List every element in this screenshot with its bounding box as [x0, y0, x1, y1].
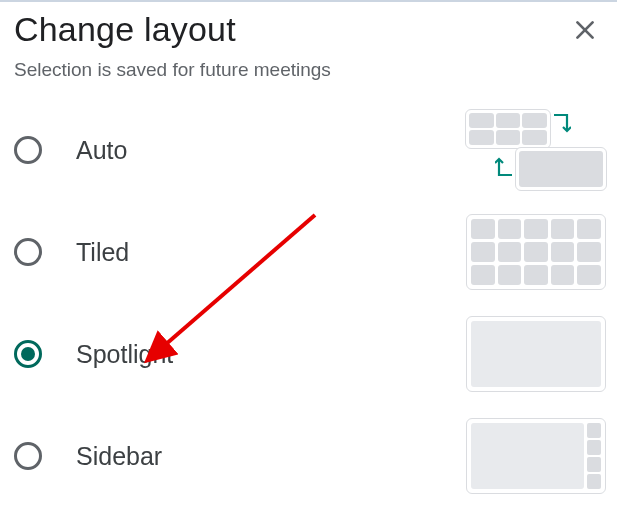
option-label-sidebar: Sidebar [76, 442, 162, 471]
option-label-spotlight: Spotlight [76, 340, 173, 369]
layout-option-spotlight[interactable]: Spotlight [14, 303, 607, 405]
radio-tiled[interactable] [14, 238, 42, 266]
close-button[interactable] [567, 12, 603, 48]
layout-options: Auto Tiled [0, 99, 617, 507]
preview-sidebar-icon [465, 415, 607, 497]
layout-option-auto[interactable]: Auto [14, 99, 607, 201]
preview-auto-icon [465, 109, 607, 191]
radio-spotlight[interactable] [14, 340, 42, 368]
radio-auto[interactable] [14, 136, 42, 164]
dialog-title: Change layout [14, 10, 236, 49]
radio-sidebar[interactable] [14, 442, 42, 470]
layout-option-tiled[interactable]: Tiled [14, 201, 607, 303]
close-icon [572, 17, 598, 43]
option-label-tiled: Tiled [76, 238, 129, 267]
dialog-subtitle: Selection is saved for future meetings [0, 49, 617, 99]
layout-option-sidebar[interactable]: Sidebar [14, 405, 607, 507]
preview-spotlight-icon [465, 313, 607, 395]
option-label-auto: Auto [76, 136, 127, 165]
preview-tiled-icon [465, 211, 607, 293]
